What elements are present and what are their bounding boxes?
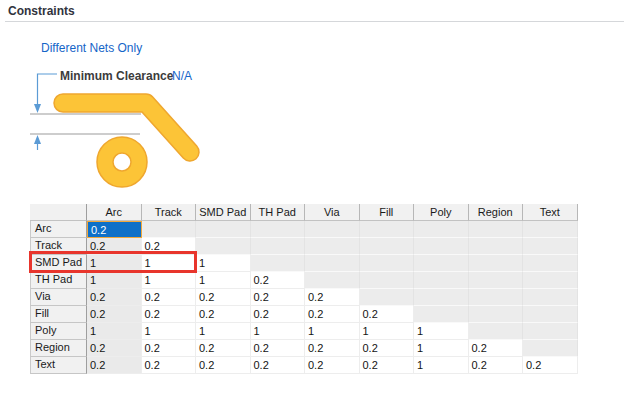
matrix-cell[interactable] <box>414 238 469 255</box>
matrix-corner-cell <box>30 204 87 221</box>
matrix-cell[interactable] <box>414 289 469 306</box>
matrix-cell[interactable] <box>360 272 415 289</box>
matrix-cell[interactable]: 0.2 <box>87 289 142 306</box>
matrix-cell[interactable] <box>469 255 524 272</box>
matrix-cell[interactable] <box>305 272 360 289</box>
dimension-arrow-down-icon <box>34 104 41 113</box>
matrix-column-header: Text <box>523 204 578 221</box>
matrix-row-header: Text <box>30 357 87 374</box>
matrix-cell[interactable]: 0.2 <box>523 357 578 374</box>
matrix-cell[interactable]: 0.2 <box>305 340 360 357</box>
matrix-column-header: TH Pad <box>251 204 306 221</box>
matrix-cell[interactable] <box>251 255 306 272</box>
matrix-cell[interactable]: 1 <box>142 323 197 340</box>
matrix-cell[interactable] <box>469 306 524 323</box>
matrix-cell[interactable] <box>523 323 578 340</box>
matrix-cell[interactable] <box>523 238 578 255</box>
matrix-cell[interactable]: 1 <box>251 323 306 340</box>
matrix-cell[interactable]: 1 <box>87 272 142 289</box>
matrix-cell[interactable] <box>196 238 251 255</box>
matrix-cell[interactable] <box>305 255 360 272</box>
matrix-cell[interactable] <box>414 306 469 323</box>
matrix-cell[interactable]: 1 <box>414 340 469 357</box>
matrix-cell[interactable]: 0.2 <box>251 340 306 357</box>
matrix-cell[interactable]: 1 <box>196 323 251 340</box>
matrix-cell[interactable] <box>251 221 306 238</box>
matrix-cell[interactable]: 0.2 <box>142 238 197 255</box>
matrix-column-header: Fill <box>360 204 415 221</box>
matrix-row-header: Track <box>30 238 87 255</box>
matrix-column-header: Arc <box>87 204 142 221</box>
matrix-cell[interactable]: 1 <box>305 323 360 340</box>
matrix-cell[interactable]: 0.2 <box>305 357 360 374</box>
matrix-cell[interactable] <box>523 289 578 306</box>
matrix-cell[interactable]: 0.2 <box>469 340 524 357</box>
matrix-cell[interactable] <box>469 289 524 306</box>
matrix-cell[interactable]: 0.2 <box>87 221 142 238</box>
matrix-cell[interactable]: 0.2 <box>87 357 142 374</box>
matrix-row-header: Poly <box>30 323 87 340</box>
clearance-diagram <box>0 0 230 200</box>
matrix-cell[interactable]: 0.2 <box>87 306 142 323</box>
matrix-cell[interactable] <box>523 272 578 289</box>
matrix-cell[interactable]: 0.2 <box>142 306 197 323</box>
pad-graphic <box>105 145 139 179</box>
matrix-cell[interactable] <box>414 272 469 289</box>
matrix-cell[interactable] <box>196 221 251 238</box>
matrix-row-header: SMD Pad <box>30 255 87 272</box>
matrix-cell[interactable]: 0.2 <box>142 289 197 306</box>
matrix-cell[interactable]: 0.2 <box>360 357 415 374</box>
matrix-row-header: Arc <box>30 221 87 238</box>
matrix-cell[interactable]: 0.2 <box>469 357 524 374</box>
matrix-cell[interactable]: 0.2 <box>142 340 197 357</box>
matrix-cell[interactable]: 1 <box>196 255 251 272</box>
matrix-cell[interactable] <box>469 221 524 238</box>
matrix-cell[interactable] <box>414 221 469 238</box>
constraints-panel: Constraints Different Nets Only Minimum … <box>0 0 629 410</box>
matrix-cell[interactable]: 0.2 <box>360 340 415 357</box>
matrix-cell[interactable] <box>251 238 306 255</box>
matrix-cell[interactable] <box>523 306 578 323</box>
matrix-cell[interactable]: 1 <box>142 255 197 272</box>
matrix-cell[interactable] <box>469 272 524 289</box>
matrix-cell[interactable]: 0.2 <box>251 272 306 289</box>
matrix-cell[interactable]: 0.2 <box>251 357 306 374</box>
matrix-cell[interactable]: 0.2 <box>196 340 251 357</box>
matrix-cell[interactable] <box>523 340 578 357</box>
matrix-cell[interactable]: 1 <box>360 323 415 340</box>
matrix-cell[interactable] <box>469 323 524 340</box>
matrix-cell[interactable] <box>523 221 578 238</box>
matrix-cell[interactable]: 0.2 <box>196 289 251 306</box>
matrix-cell[interactable] <box>360 255 415 272</box>
matrix-cell[interactable]: 0.2 <box>305 306 360 323</box>
matrix-column-header: Region <box>469 204 524 221</box>
matrix-cell[interactable]: 0.2 <box>360 306 415 323</box>
matrix-cell[interactable] <box>360 289 415 306</box>
matrix-cell[interactable]: 1 <box>87 323 142 340</box>
matrix-cell[interactable]: 1 <box>414 323 469 340</box>
matrix-cell[interactable] <box>523 255 578 272</box>
matrix-cell[interactable] <box>469 238 524 255</box>
matrix-cell[interactable] <box>414 255 469 272</box>
matrix-cell[interactable] <box>142 221 197 238</box>
matrix-cell[interactable]: 0.2 <box>87 238 142 255</box>
clearance-matrix: ArcTrackSMD PadTH PadViaFillPolyRegionTe… <box>30 204 578 374</box>
matrix-column-header: Poly <box>414 204 469 221</box>
matrix-cell[interactable]: 0.2 <box>196 306 251 323</box>
matrix-cell[interactable] <box>360 221 415 238</box>
matrix-row-header: Via <box>30 289 87 306</box>
matrix-cell[interactable]: 0.2 <box>87 340 142 357</box>
matrix-cell[interactable]: 1 <box>196 272 251 289</box>
matrix-column-header: SMD Pad <box>196 204 251 221</box>
matrix-cell[interactable] <box>305 221 360 238</box>
matrix-cell[interactable]: 0.2 <box>142 357 197 374</box>
matrix-cell[interactable]: 1 <box>142 272 197 289</box>
matrix-cell[interactable]: 1 <box>87 255 142 272</box>
matrix-cell[interactable] <box>305 238 360 255</box>
matrix-cell[interactable]: 0.2 <box>305 289 360 306</box>
matrix-cell[interactable] <box>360 238 415 255</box>
matrix-cell[interactable]: 0.2 <box>251 306 306 323</box>
matrix-cell[interactable]: 0.2 <box>196 357 251 374</box>
matrix-cell[interactable]: 0.2 <box>251 289 306 306</box>
matrix-cell[interactable]: 1 <box>414 357 469 374</box>
